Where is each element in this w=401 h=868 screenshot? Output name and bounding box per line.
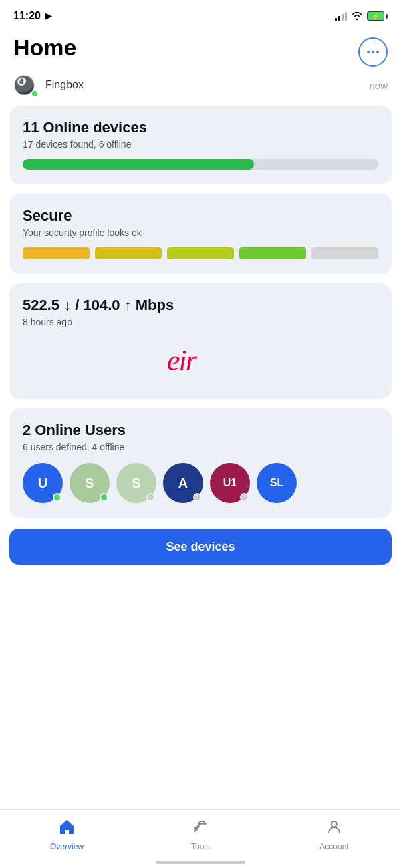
signal-icon bbox=[335, 11, 347, 21]
fingbox-online-dot bbox=[31, 90, 38, 97]
user-avatar-s2[interactable]: S bbox=[116, 463, 156, 503]
users-title: 2 Online Users bbox=[23, 422, 378, 439]
user-avatar-a[interactable]: A bbox=[163, 463, 203, 503]
avatar-circle-sl: SL bbox=[257, 463, 297, 503]
devices-progress-bar bbox=[23, 159, 378, 170]
status-icons: ⚡ bbox=[335, 11, 388, 22]
devices-subtitle: 17 devices found, 6 offline bbox=[23, 139, 378, 150]
devices-title: 11 Online devices bbox=[23, 119, 378, 136]
security-block-2 bbox=[95, 247, 162, 259]
security-block-4 bbox=[239, 247, 306, 259]
avatar-status-offline-a bbox=[193, 493, 202, 502]
fingbox-row: 🎱 Fingbox now bbox=[0, 69, 401, 106]
speed-subtitle: 8 hours ago bbox=[23, 317, 378, 327]
user-avatar-sl[interactable]: SL bbox=[257, 463, 297, 503]
battery-icon: ⚡ bbox=[367, 11, 388, 21]
devices-progress-fill bbox=[23, 159, 254, 170]
home-indicator bbox=[156, 861, 245, 864]
speed-title: 522.5 ↓ / 104.0 ↑ Mbps bbox=[23, 297, 378, 314]
user-avatars-list: U S S A U1 bbox=[23, 463, 378, 503]
navigation-arrow-icon: ▶ bbox=[45, 11, 51, 21]
svg-point-1 bbox=[331, 821, 337, 827]
status-time: 11:20 ▶ bbox=[13, 10, 51, 22]
isp-logo: eir bbox=[23, 338, 378, 384]
bottom-nav: Overview Tools Account bbox=[0, 809, 401, 868]
see-devices-button[interactable]: See devices bbox=[9, 529, 392, 565]
page-header: Home bbox=[0, 29, 401, 69]
see-devices-label: See devices bbox=[166, 540, 235, 554]
users-subtitle: 6 users defined, 4 offline bbox=[23, 442, 378, 452]
avatar-status-online-s1 bbox=[100, 493, 108, 502]
account-icon bbox=[325, 818, 343, 839]
users-card[interactable]: 2 Online Users 6 users defined, 4 offlin… bbox=[9, 408, 392, 518]
fingbox-time: now bbox=[369, 80, 388, 91]
devices-card[interactable]: 11 Online devices 17 devices found, 6 of… bbox=[9, 106, 392, 184]
secure-title: Secure bbox=[23, 207, 378, 225]
cards-container: 11 Online devices 17 devices found, 6 of… bbox=[0, 106, 401, 518]
secure-card[interactable]: Secure Your security profile looks ok bbox=[9, 194, 392, 274]
avatar-status-offline-u1 bbox=[240, 493, 249, 502]
avatar-status-online bbox=[53, 493, 61, 502]
user-avatar-u1[interactable]: U1 bbox=[210, 463, 250, 503]
wifi-icon bbox=[351, 11, 363, 22]
security-block-3 bbox=[167, 247, 234, 259]
nav-item-overview[interactable]: Overview bbox=[0, 818, 134, 851]
user-avatar-s1[interactable]: S bbox=[70, 463, 110, 503]
nav-item-tools[interactable]: Tools bbox=[134, 818, 267, 851]
home-icon bbox=[58, 818, 76, 839]
avatar-status-offline-s2 bbox=[146, 493, 155, 502]
tools-icon bbox=[192, 818, 209, 839]
page-title: Home bbox=[13, 35, 76, 61]
security-block-1 bbox=[23, 247, 90, 259]
fingbox-name: Fingbox bbox=[45, 79, 84, 91]
security-block-5 bbox=[311, 247, 378, 259]
speed-card[interactable]: 522.5 ↓ / 104.0 ↑ Mbps 8 hours ago eir bbox=[9, 283, 392, 399]
more-options-button[interactable] bbox=[358, 37, 388, 67]
svg-text:eir: eir bbox=[167, 344, 198, 377]
nav-label-overview: Overview bbox=[50, 842, 84, 851]
secure-subtitle: Your security profile looks ok bbox=[23, 227, 378, 238]
user-avatar-u[interactable]: U bbox=[23, 463, 63, 503]
security-blocks bbox=[23, 247, 378, 259]
fingbox-icon: 🎱 bbox=[13, 72, 39, 98]
nav-label-account: Account bbox=[319, 842, 348, 851]
nav-item-account[interactable]: Account bbox=[267, 818, 401, 851]
time-display: 11:20 bbox=[13, 10, 41, 22]
nav-label-tools: Tools bbox=[191, 842, 210, 851]
status-bar: 11:20 ▶ ⚡ bbox=[0, 0, 401, 29]
